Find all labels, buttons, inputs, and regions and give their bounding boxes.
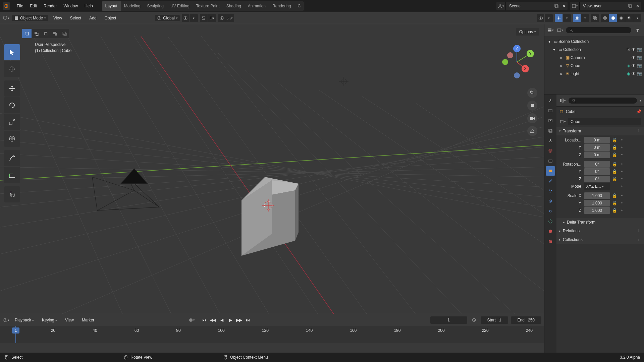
xray-toggle[interactable] xyxy=(591,14,599,22)
playhead[interactable] xyxy=(15,326,16,343)
delete-scene-icon[interactable]: ✕ xyxy=(560,2,568,10)
scale-tool[interactable] xyxy=(4,114,20,130)
select-mode-intersect[interactable] xyxy=(60,29,69,38)
tl-view-menu[interactable]: View xyxy=(62,316,76,324)
camera-view-icon[interactable] xyxy=(527,113,537,123)
tree-row[interactable]: ▾ ▭ Scene Collection xyxy=(544,38,644,46)
cursor-tool[interactable] xyxy=(4,61,20,77)
scale-z[interactable]: 1.000 xyxy=(584,207,610,214)
tree-row[interactable]: ▸ ▽ Cube ◈👁📷 xyxy=(544,62,644,70)
keying-menu[interactable]: Keying ▾ xyxy=(39,316,60,324)
prop-tab-output[interactable] xyxy=(546,116,555,125)
prop-tab-data[interactable] xyxy=(546,217,555,226)
expand-icon[interactable]: ▸ xyxy=(558,63,565,68)
prop-tab-constraints[interactable] xyxy=(546,206,555,216)
next-keyframe-icon[interactable]: ▶▶ xyxy=(235,316,243,324)
view-menu[interactable]: View xyxy=(51,14,65,22)
select-mode-invert[interactable] xyxy=(50,29,60,38)
lock-icon[interactable]: 🔓 xyxy=(611,162,618,167)
timeline-editor-icon[interactable]: ▾ xyxy=(3,317,9,323)
proportional-edit-toggle[interactable]: ▾ xyxy=(218,14,234,22)
rot-z[interactable]: 0° xyxy=(584,176,610,182)
nav-gizmo[interactable]: Y X Z xyxy=(498,44,535,80)
tree-row[interactable]: ▸ ▣ Camera 👁📷 xyxy=(544,54,644,62)
jump-start-icon[interactable]: ⏮ xyxy=(200,316,208,324)
add-menu[interactable]: Add xyxy=(87,14,99,22)
keyframe-dot[interactable]: • xyxy=(619,184,625,189)
select-mode-subtract[interactable] xyxy=(41,29,50,38)
data-icon[interactable]: ◉ xyxy=(627,71,630,76)
keyframe-dot[interactable]: • xyxy=(619,208,625,213)
lock-icon[interactable]: 🔓 xyxy=(611,193,618,198)
data-icon[interactable]: ◈ xyxy=(627,63,630,68)
data-block-icon[interactable]: ▾ xyxy=(559,118,566,125)
tab-shading[interactable]: Shading xyxy=(223,1,245,11)
data-name-input[interactable]: Cube xyxy=(568,118,641,125)
collapse-icon[interactable]: ▾ xyxy=(551,47,557,52)
prop-tab-render[interactable] xyxy=(546,106,555,115)
start-frame[interactable]: Start1 xyxy=(481,316,508,324)
add-cube-tool[interactable]: + xyxy=(4,186,20,202)
options-icon[interactable]: ▾ xyxy=(640,99,641,102)
lock-icon[interactable]: 🔓 xyxy=(611,208,618,213)
tree-row[interactable]: ▸ ☀ Light ◉👁📷 xyxy=(544,70,644,78)
tab-more[interactable]: C xyxy=(294,1,304,11)
tree-row[interactable]: ▾ ▭ Collection ☑ 👁 📷 xyxy=(544,46,644,54)
wireframe-shading[interactable] xyxy=(601,14,609,22)
tab-animation[interactable]: Animation xyxy=(245,1,269,11)
play-icon[interactable]: ▶ xyxy=(226,316,234,324)
select-mode-extend[interactable] xyxy=(32,29,41,38)
prop-tab-particles[interactable] xyxy=(546,186,555,196)
select-menu[interactable]: Select xyxy=(67,14,84,22)
eye-icon[interactable]: 👁 xyxy=(632,63,636,68)
tab-texture-paint[interactable]: Texture Paint xyxy=(193,1,223,11)
mode-selector[interactable]: Object Mode ▾ xyxy=(12,15,48,21)
delta-panel-header[interactable]: ▸Delta Transform xyxy=(556,218,644,227)
annotate-tool[interactable] xyxy=(4,150,20,166)
editor-type-icon[interactable]: ▾ xyxy=(3,15,9,21)
prop-tab-tool[interactable] xyxy=(546,96,555,105)
jump-end-icon[interactable]: ⏭ xyxy=(244,316,252,324)
shading-options[interactable]: ▾ xyxy=(633,14,641,22)
perspective-toggle-icon[interactable] xyxy=(527,126,537,136)
prop-tab-collection[interactable] xyxy=(546,156,555,166)
visibility-dropdown[interactable]: ▾ xyxy=(537,14,553,22)
check-icon[interactable]: ☑ xyxy=(627,47,630,52)
lock-icon[interactable]: 🔓 xyxy=(611,201,618,205)
timeline-ruler[interactable]: 1 20 40 60 80 100 120 140 160 180 200 22… xyxy=(0,326,544,343)
scale-x[interactable]: 1.000 xyxy=(584,192,610,199)
scene-selector[interactable]: ▾ Scene ✕ xyxy=(496,2,568,10)
keyframe-dot[interactable]: • xyxy=(619,153,625,157)
tab-rendering[interactable]: Rendering xyxy=(269,1,294,11)
render-icon[interactable]: 📷 xyxy=(637,55,642,60)
render-icon[interactable]: 📷 xyxy=(637,71,642,76)
pin-icon[interactable]: 📌 xyxy=(636,109,641,114)
outliner-search[interactable] xyxy=(566,27,631,33)
rot-x[interactable]: 0° xyxy=(584,161,610,168)
prop-tab-object[interactable] xyxy=(546,166,555,176)
new-scene-icon[interactable] xyxy=(553,2,560,10)
3d-viewport[interactable]: + User Perspective (1) Collection | Cube… xyxy=(0,24,544,353)
eye-icon[interactable]: 👁 xyxy=(632,47,636,52)
menu-file[interactable]: File xyxy=(13,2,26,10)
select-mode-new[interactable] xyxy=(22,29,32,38)
gizmo-dropdown[interactable]: ▾ xyxy=(555,14,571,22)
prop-tab-material[interactable] xyxy=(546,227,555,236)
expand-icon[interactable]: ▸ xyxy=(558,71,565,76)
object-menu[interactable]: Object xyxy=(102,14,119,22)
keyframe-dot[interactable]: • xyxy=(619,145,625,150)
scale-y[interactable]: 1.000 xyxy=(584,200,610,206)
pivot-dropdown[interactable]: ▾ xyxy=(182,14,198,22)
menu-window[interactable]: Window xyxy=(60,2,81,10)
matprev-shading[interactable] xyxy=(617,14,625,22)
blender-logo-icon[interactable] xyxy=(3,2,10,10)
outliner-editor-icon[interactable]: ▾ xyxy=(547,27,554,34)
transform-tool[interactable] xyxy=(4,131,20,147)
keyframe-dot[interactable]: • xyxy=(619,201,625,205)
orientation-selector[interactable]: Global ▾ xyxy=(155,15,180,21)
delete-layer-icon[interactable]: ✕ xyxy=(634,2,641,10)
solid-shading[interactable] xyxy=(609,14,617,22)
prop-tab-physics[interactable] xyxy=(546,196,555,206)
prop-tab-texture[interactable] xyxy=(546,237,555,246)
tl-marker-menu[interactable]: Marker xyxy=(79,316,97,324)
